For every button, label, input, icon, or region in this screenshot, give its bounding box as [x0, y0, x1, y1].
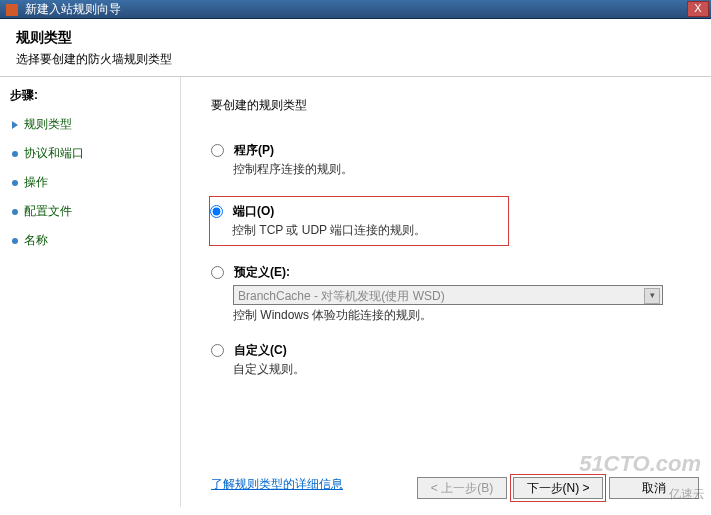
step-action[interactable]: 操作: [0, 168, 180, 197]
option-program: 程序(P) 控制程序连接的规则。: [211, 142, 691, 178]
radio-program[interactable]: [211, 144, 224, 157]
steps-heading: 步骤:: [0, 85, 180, 110]
option-desc: 控制 Windows 体验功能连接的规则。: [233, 307, 691, 324]
app-icon: [6, 4, 18, 16]
option-predefined: 预定义(E): BranchCache - 对等机发现(使用 WSD) ▾ 控制…: [211, 264, 691, 324]
step-label: 操作: [24, 174, 48, 191]
step-label: 名称: [24, 232, 48, 249]
titlebar: 新建入站规则向导 X: [0, 0, 711, 19]
option-desc: 控制 TCP 或 UDP 端口连接的规则。: [232, 222, 498, 239]
bullet-icon: [12, 209, 18, 215]
window-title: 新建入站规则向导: [25, 2, 121, 16]
step-label: 配置文件: [24, 203, 72, 220]
radio-predefined[interactable]: [211, 266, 224, 279]
back-button: < 上一步(B): [417, 477, 507, 499]
option-desc: 自定义规则。: [233, 361, 691, 378]
close-button[interactable]: X: [687, 1, 709, 17]
radio-custom[interactable]: [211, 344, 224, 357]
wizard-footer: < 上一步(B) 下一步(N) > 取消: [417, 477, 699, 499]
learn-more-link[interactable]: 了解规则类型的详细信息: [211, 476, 343, 493]
option-custom: 自定义(C) 自定义规则。: [211, 342, 691, 378]
main-panel: 要创建的规则类型 程序(P) 控制程序连接的规则。 端口(O) 控制 TCP 或…: [181, 77, 711, 507]
radio-port[interactable]: [210, 205, 223, 218]
step-label: 协议和端口: [24, 145, 84, 162]
predefined-dropdown[interactable]: BranchCache - 对等机发现(使用 WSD) ▾: [233, 285, 663, 305]
option-port: 端口(O) 控制 TCP 或 UDP 端口连接的规则。: [209, 196, 509, 246]
step-label: 规则类型: [24, 116, 72, 133]
step-name[interactable]: 名称: [0, 226, 180, 255]
wizard-header: 规则类型 选择要创建的防火墙规则类型: [0, 19, 711, 77]
option-desc: 控制程序连接的规则。: [233, 161, 691, 178]
prompt-text: 要创建的规则类型: [211, 97, 691, 114]
step-rule-type[interactable]: 规则类型: [0, 110, 180, 139]
step-profile[interactable]: 配置文件: [0, 197, 180, 226]
chevron-down-icon: ▾: [644, 288, 660, 304]
arrow-icon: [12, 121, 18, 129]
bullet-icon: [12, 238, 18, 244]
steps-sidebar: 步骤: 规则类型 协议和端口 操作 配置文件 名称: [0, 77, 181, 507]
page-subtitle: 选择要创建的防火墙规则类型: [16, 51, 695, 68]
option-label: 预定义(E):: [234, 264, 290, 281]
bullet-icon: [12, 151, 18, 157]
bullet-icon: [12, 180, 18, 186]
watermark-logo: 51CTO.com: [579, 451, 701, 477]
next-button[interactable]: 下一步(N) >: [513, 477, 603, 499]
cancel-button[interactable]: 取消: [609, 477, 699, 499]
option-label: 端口(O): [233, 203, 274, 220]
option-label: 自定义(C): [234, 342, 287, 359]
step-protocol-port[interactable]: 协议和端口: [0, 139, 180, 168]
page-title: 规则类型: [16, 29, 695, 47]
dropdown-value: BranchCache - 对等机发现(使用 WSD): [238, 289, 445, 303]
option-label: 程序(P): [234, 142, 274, 159]
